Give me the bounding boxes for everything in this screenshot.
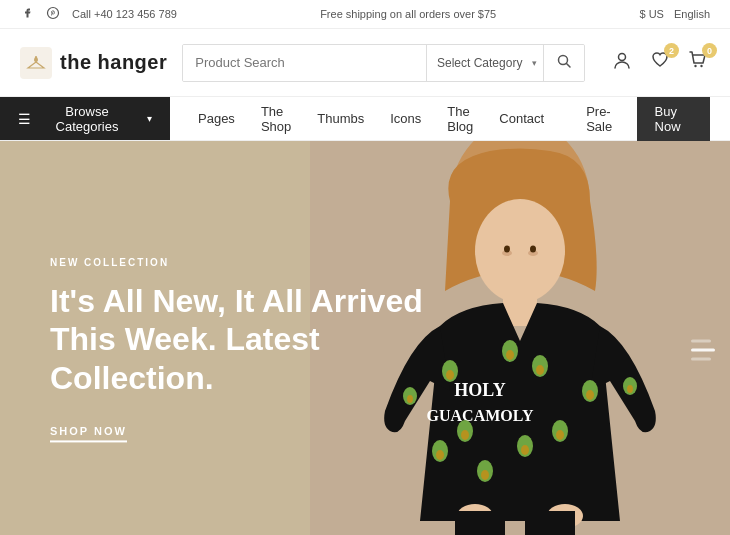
search-bar: Select Category ▾ [182, 44, 585, 82]
svg-point-33 [627, 385, 633, 393]
menu-icon: ☰ [18, 111, 31, 127]
svg-rect-37 [525, 511, 575, 535]
slide-indicators [691, 340, 715, 361]
svg-point-0 [48, 8, 59, 19]
header-icons: 2 0 [610, 48, 710, 77]
svg-point-8 [475, 199, 565, 303]
svg-point-40 [504, 246, 510, 253]
browse-categories-button[interactable]: ☰ Browse Categories ▾ [0, 97, 170, 140]
wishlist-badge: 2 [664, 43, 679, 58]
nav-thumbs[interactable]: Thumbs [304, 97, 377, 141]
nav-right: Pre-Sale Buy Now [572, 97, 730, 141]
nav-shop[interactable]: The Shop [248, 97, 304, 141]
currency-selector[interactable]: $ US [639, 8, 663, 20]
svg-point-41 [530, 246, 536, 253]
nav-buynow[interactable]: Buy Now [637, 97, 710, 141]
cart-badge: 0 [702, 43, 717, 58]
top-bar: Call +40 123 456 789 Free shipping on al… [0, 0, 730, 29]
phone-number: Call +40 123 456 789 [72, 8, 177, 20]
main-nav: Pages The Shop Thumbs Icons The Blog Con… [170, 97, 572, 141]
svg-point-23 [556, 430, 564, 440]
header: the hanger Select Category ▾ [0, 29, 730, 97]
top-bar-left: Call +40 123 456 789 [20, 6, 177, 22]
svg-point-21 [521, 445, 529, 455]
svg-point-27 [586, 390, 594, 400]
svg-point-5 [694, 65, 696, 67]
svg-point-4 [619, 54, 626, 61]
svg-point-17 [536, 365, 544, 375]
svg-rect-36 [455, 511, 505, 535]
svg-line-3 [567, 63, 571, 67]
slide-dot-2[interactable] [691, 349, 715, 352]
shipping-notice: Free shipping on all orders over $75 [177, 8, 640, 20]
svg-point-25 [436, 450, 444, 460]
search-input[interactable] [183, 45, 426, 81]
user-icon [612, 50, 632, 70]
category-select-wrap: Select Category ▾ [427, 56, 543, 70]
svg-point-29 [481, 470, 489, 480]
svg-point-15 [506, 350, 514, 360]
shop-now-button[interactable]: SHOP NOW [50, 426, 127, 443]
browse-chevron-icon: ▾ [147, 113, 152, 124]
hero-section: HOLY GUACAMOLY [0, 141, 730, 535]
top-bar-right: $ US English [639, 8, 710, 20]
hero-title: It's All New, It All Arrived This Week. … [50, 282, 470, 397]
svg-point-6 [700, 65, 702, 67]
cart-button[interactable]: 0 [686, 48, 710, 77]
slide-dot-3[interactable] [691, 358, 711, 361]
category-select[interactable]: Select Category [427, 56, 543, 70]
browse-categories-label: Browse Categories [39, 104, 135, 134]
hero-content: NEW COLLECTION It's All New, It All Arri… [50, 257, 470, 442]
wishlist-button[interactable]: 2 [648, 48, 672, 77]
nav-bar: ☰ Browse Categories ▾ Pages The Shop Thu… [0, 97, 730, 141]
language-selector[interactable]: English [674, 8, 710, 20]
nav-pages[interactable]: Pages [185, 97, 248, 141]
nav-icons[interactable]: Icons [377, 97, 434, 141]
slide-dot-1[interactable] [691, 340, 711, 343]
pinterest-icon [46, 6, 60, 20]
hero-badge: NEW COLLECTION [50, 257, 470, 268]
facebook-icon [20, 6, 34, 20]
logo-text: the hanger [60, 51, 167, 74]
search-button[interactable] [543, 45, 584, 81]
facebook-link[interactable] [20, 6, 34, 22]
search-icon [556, 53, 572, 69]
nav-blog[interactable]: The Blog [434, 97, 486, 141]
nav-presale[interactable]: Pre-Sale [572, 97, 636, 141]
nav-contact[interactable]: Contact [486, 97, 557, 141]
logo-icon [20, 47, 52, 79]
logo-link[interactable]: the hanger [20, 47, 167, 79]
account-button[interactable] [610, 48, 634, 77]
pinterest-link[interactable] [46, 6, 60, 22]
